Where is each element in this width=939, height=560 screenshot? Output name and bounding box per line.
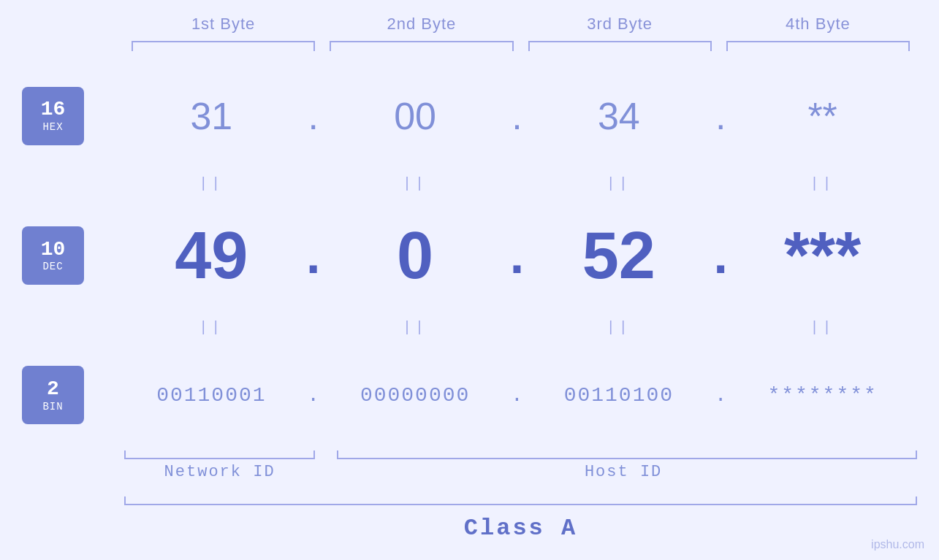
bin-dot3: . [706,384,735,407]
bottom-section: Network ID Host ID Class A [22,446,917,545]
sep2-b2: || [328,319,503,336]
sep1-b1: || [124,175,299,192]
bracket-byte1 [132,41,315,54]
bin-badge-label: BIN [42,401,63,413]
sep2-b3: || [532,319,707,336]
sep1-b2: || [328,175,503,192]
dec-badge-label: DEC [42,261,63,272]
bin-byte2: 00000000 [328,384,503,407]
sep2-b1: || [124,319,299,336]
sep2-b4: || [735,319,910,336]
bin-byte1: 00110001 [124,384,299,407]
host-id-label: Host ID [330,463,917,481]
hex-byte2: 00 [328,94,503,138]
class-label: Class A [124,511,917,545]
main-container: 1st Byte 2nd Byte 3rd Byte 4th Byte 16 H… [0,0,939,560]
hex-dot3: . [706,94,735,138]
dec-byte4: *** [735,223,910,288]
dec-byte1: 49 [124,223,299,288]
byte3-header: 3rd Byte [521,15,719,34]
hex-dot2: . [503,94,532,138]
bracket-byte3 [528,41,712,54]
hex-badge-num: 16 [41,99,66,121]
bin-badge: 2 BIN [22,366,84,424]
hex-dot1: . [299,94,328,138]
hex-byte4: ** [735,94,910,138]
hex-byte3: 34 [532,94,707,138]
dec-badge-num: 10 [41,239,66,261]
bin-badge-num: 2 [47,378,59,401]
sep1-b3: || [532,175,707,192]
dec-byte2: 0 [328,223,503,288]
dec-badge: 10 DEC [22,226,84,285]
bin-dot1: . [299,384,328,407]
bracket-byte4 [726,41,910,54]
bin-byte4: ******** [735,384,910,407]
hex-byte1: 31 [124,94,299,138]
dec-dot1: . [299,226,328,285]
dec-dot3: . [706,226,735,285]
hex-badge: 16 HEX [22,87,84,145]
bracket-byte2 [330,41,513,54]
network-id-label: Network ID [124,463,315,481]
dec-dot2: . [503,226,532,285]
bin-dot2: . [503,384,532,407]
hex-badge-label: HEX [42,121,63,133]
byte1-header: 1st Byte [124,15,322,34]
watermark: ipshu.com [871,538,924,551]
byte2-header: 2nd Byte [322,15,520,34]
byte-headers: 1st Byte 2nd Byte 3rd Byte 4th Byte [22,15,917,34]
dec-byte3: 52 [532,223,707,288]
top-brackets [22,41,917,54]
sep1-b4: || [735,175,910,192]
bin-byte3: 00110100 [532,384,707,407]
byte4-header: 4th Byte [719,15,917,34]
